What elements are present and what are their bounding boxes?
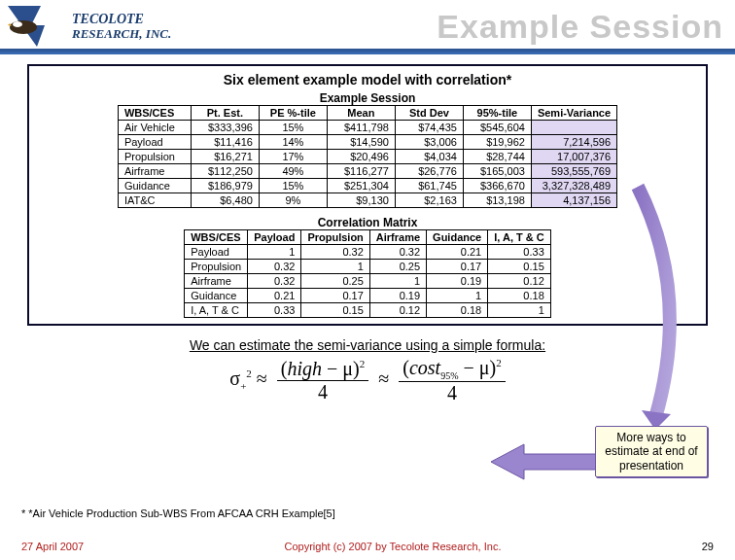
- footer-copyright: Copyright (c) 2007 by Tecolote Research,…: [285, 541, 502, 552]
- footer-page-number: 29: [702, 541, 714, 552]
- eagle-logo-icon: [8, 6, 66, 47]
- correlation-matrix-table: WBS/CES Payload Propulsion Airframe Guid…: [184, 229, 551, 318]
- table-row: I, A, T & C0.330.150.120.181: [185, 303, 551, 318]
- table2-title: Correlation Matrix: [31, 216, 704, 229]
- table-row: Payload$11,41614%$14,590$3,006$19,9627,2…: [118, 135, 616, 150]
- slide-title: Example Session: [437, 8, 723, 46]
- semi-variance-formula: σ+2 ≈ (high − μ)2 4 ≈ (cost95% − μ)2 4: [0, 357, 735, 404]
- slide-header: TECOLOTE RESEARCH, INC. Example Session: [0, 0, 735, 49]
- table-row: Payload10.320.320.210.33: [185, 245, 551, 260]
- col-header: 95%-tile: [463, 106, 531, 121]
- col-header: Mean: [327, 106, 395, 121]
- col-header: WBS/CES: [118, 106, 191, 121]
- company-name: TECOLOTE RESEARCH, INC.: [72, 13, 171, 40]
- content-box: Six element example model with correlati…: [27, 64, 708, 326]
- table1-title: Example Session: [31, 91, 704, 105]
- footnote: * *Air Vehicle Production Sub-WBS From A…: [21, 508, 335, 519]
- footer-date: 27 April 2007: [21, 541, 84, 552]
- table-header-row: WBS/CES Payload Propulsion Airframe Guid…: [185, 230, 551, 245]
- col-header: PE %-tile: [259, 106, 327, 121]
- company-name-line1: TECOLOTE: [72, 13, 171, 27]
- example-session-table: WBS/CES Pt. Est. PE %-tile Mean Std Dev …: [118, 105, 617, 208]
- table-row: Airframe$112,25049%$116,277$26,776$165,0…: [118, 164, 616, 179]
- table-row: Propulsion$16,27117%$20,496$4,034$28,744…: [118, 150, 616, 164]
- header-divider: [0, 49, 735, 54]
- slide-footer: 27 April 2007 Copyright (c) 2007 by Teco…: [0, 541, 735, 552]
- table-row: IAT&C$6,4809%$9,130$2,163$13,1984,137,15…: [118, 193, 616, 208]
- table-row: Guidance0.210.170.1910.18: [185, 289, 551, 303]
- col-header: Pt. Est.: [191, 106, 259, 121]
- table-row: Propulsion0.3210.250.170.15: [185, 260, 551, 274]
- svg-point-2: [13, 21, 22, 27]
- table-row: Air Vehicle$333,39615%$411,798$74,435$54…: [118, 121, 616, 135]
- table-row: Airframe0.320.2510.190.12: [185, 274, 551, 289]
- content-caption: Six element example model with correlati…: [31, 72, 704, 88]
- col-header: Semi-Variance: [531, 106, 616, 121]
- company-name-line2: RESEARCH, INC.: [72, 27, 171, 41]
- callout-note: More ways to estimate at end of presenta…: [595, 426, 708, 477]
- table-row: Guidance$186,97915%$251,304$61,745$366,6…: [118, 179, 616, 193]
- table-header-row: WBS/CES Pt. Est. PE %-tile Mean Std Dev …: [118, 106, 616, 121]
- col-header: Std Dev: [395, 106, 463, 121]
- formula-caption: We can estimate the semi-variance using …: [39, 337, 696, 353]
- company-logo: TECOLOTE RESEARCH, INC.: [8, 6, 171, 47]
- left-arrow-icon: [491, 442, 598, 481]
- svg-marker-5: [491, 444, 598, 479]
